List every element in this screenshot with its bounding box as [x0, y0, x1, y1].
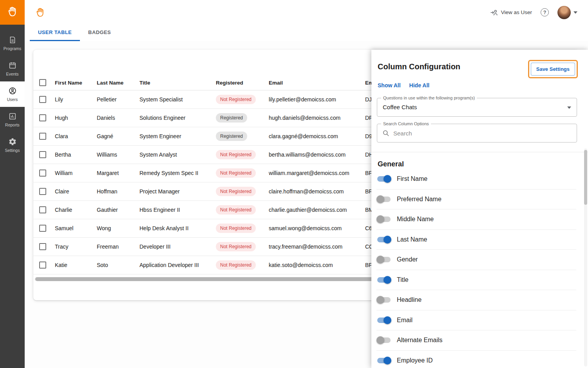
- status-badge: Not Registered: [216, 242, 256, 251]
- sidebar-item-users[interactable]: Users: [0, 81, 25, 107]
- cell-first-name: Samuel: [55, 219, 97, 237]
- sidebar-item-settings[interactable]: Settings: [0, 132, 25, 158]
- toggle-switch[interactable]: [377, 176, 391, 182]
- sidebar-nav: Programs Events Users Reports Settings: [0, 31, 25, 158]
- col-header-first-name[interactable]: First Name: [55, 76, 97, 90]
- programs-icon: [8, 36, 17, 44]
- cell-title: System Analyst: [139, 145, 216, 164]
- cell-title: Solutions Engineer: [139, 108, 216, 127]
- cell-email: clara.gagné@demoicss.com: [269, 127, 365, 145]
- cell-first-name: Clara: [55, 127, 97, 145]
- row-checkbox[interactable]: [39, 243, 46, 250]
- toggle-label: Headline: [397, 296, 422, 303]
- row-checkbox[interactable]: [39, 170, 46, 177]
- search-input[interactable]: [393, 130, 572, 137]
- toggle-label: Preferred Name: [397, 196, 441, 203]
- column-toggle-list: First Name Preferred Name Middle Name: [376, 169, 576, 368]
- col-header-last-name[interactable]: Last Name: [97, 76, 139, 90]
- dropdown-arrow-icon: [567, 106, 571, 109]
- impersonate-icon: [490, 9, 498, 16]
- cell-first-name: Bertha: [55, 145, 97, 164]
- hide-all-link[interactable]: Hide All: [409, 82, 430, 88]
- search-field-label: Search Column Options: [381, 121, 431, 126]
- hand-logo-icon: [7, 6, 18, 19]
- row-checkbox[interactable]: [39, 262, 46, 269]
- column-toggle-row: Alternate Emails: [376, 330, 576, 351]
- vertical-scrollbar-thumb[interactable]: [584, 150, 587, 205]
- tab-bar: USER TABLE BADGES: [25, 25, 588, 41]
- cell-title: System Engineer: [139, 127, 216, 145]
- tab-badges[interactable]: BADGES: [80, 25, 119, 41]
- row-checkbox[interactable]: [39, 96, 46, 103]
- col-header-registered[interactable]: Registered: [216, 76, 269, 90]
- toggle-switch[interactable]: [377, 277, 391, 283]
- toggle-switch[interactable]: [377, 297, 391, 303]
- cell-first-name: Hugh: [55, 108, 97, 127]
- column-toggle-row: First Name: [376, 169, 576, 189]
- view-as-user-button[interactable]: View as User: [490, 9, 532, 16]
- program-select[interactable]: Questions in use within the following pr…: [377, 98, 577, 117]
- avatar: [557, 6, 571, 19]
- row-checkbox[interactable]: [39, 188, 46, 195]
- cell-first-name: Katie: [55, 256, 97, 274]
- account-menu[interactable]: [557, 6, 577, 19]
- cell-last-name: Wong: [97, 219, 139, 237]
- users-icon: [8, 87, 17, 95]
- program-select-value: Coffee Chats: [377, 98, 577, 116]
- toggle-switch[interactable]: [377, 337, 391, 343]
- toggle-label: First Name: [397, 175, 427, 182]
- cell-first-name: Tracy: [55, 237, 97, 256]
- help-icon[interactable]: ?: [541, 8, 549, 16]
- toggle-label: Last Name: [397, 236, 427, 243]
- row-checkbox[interactable]: [39, 225, 46, 232]
- status-badge: Not Registered: [216, 95, 256, 104]
- topbar: View as User ?: [25, 0, 588, 25]
- cell-first-name: Lily: [55, 90, 97, 108]
- toggle-switch[interactable]: [377, 257, 391, 262]
- sidebar-item-programs[interactable]: Programs: [0, 31, 25, 56]
- status-badge: Not Registered: [216, 205, 256, 215]
- settings-icon: [8, 137, 17, 146]
- cell-email: samuel.wong@demoicss.com: [269, 219, 365, 237]
- toggle-label: Title: [397, 276, 409, 283]
- sidebar-item-reports[interactable]: Reports: [0, 107, 25, 132]
- events-icon: [8, 61, 17, 70]
- cell-last-name: Freeman: [97, 237, 139, 256]
- row-checkbox[interactable]: [39, 133, 46, 140]
- toggle-switch[interactable]: [377, 216, 391, 222]
- col-header-title[interactable]: Title: [139, 76, 216, 90]
- cell-title: Developer III: [139, 237, 216, 256]
- toggle-label: Middle Name: [397, 216, 434, 223]
- row-checkbox[interactable]: [39, 206, 46, 213]
- program-select-label: Questions in use within the following pr…: [381, 96, 477, 100]
- hand-page-icon: [35, 7, 45, 18]
- toggle-switch[interactable]: [377, 317, 391, 323]
- horizontal-scrollbar-thumb[interactable]: [35, 277, 375, 281]
- cell-email: hugh.daniels@demoicss.com: [269, 108, 365, 127]
- cell-last-name: Williams: [97, 145, 139, 164]
- search-icon: [382, 129, 390, 137]
- app-logo[interactable]: [0, 0, 25, 25]
- sidebar-item-events[interactable]: Events: [0, 56, 25, 81]
- col-header-email[interactable]: Email: [269, 76, 365, 90]
- column-configuration-panel: Column Configuration Save Settings Show …: [371, 50, 588, 368]
- cell-first-name: William: [55, 164, 97, 182]
- toggle-switch[interactable]: [377, 237, 391, 242]
- tab-user-table[interactable]: USER TABLE: [30, 25, 80, 41]
- cell-last-name: Gauthier: [97, 200, 139, 219]
- show-all-link[interactable]: Show All: [378, 82, 401, 88]
- toggle-label: Alternate Emails: [397, 337, 443, 344]
- toggle-switch[interactable]: [377, 197, 391, 202]
- toggle-switch[interactable]: [377, 358, 391, 363]
- cell-title: Application Developer III: [139, 256, 216, 274]
- status-badge: Registered: [216, 132, 247, 141]
- status-badge: Not Registered: [216, 260, 256, 270]
- row-checkbox[interactable]: [39, 151, 46, 158]
- annotation-highlight: Save Settings: [528, 60, 578, 78]
- row-checkbox[interactable]: [39, 114, 46, 121]
- column-toggle-row: Preferred Name: [376, 189, 576, 210]
- cell-title: Help Desk Analyst II: [139, 219, 216, 237]
- cell-last-name: Margaret: [97, 164, 139, 182]
- save-settings-button[interactable]: Save Settings: [531, 63, 575, 76]
- select-all-checkbox[interactable]: [39, 79, 46, 86]
